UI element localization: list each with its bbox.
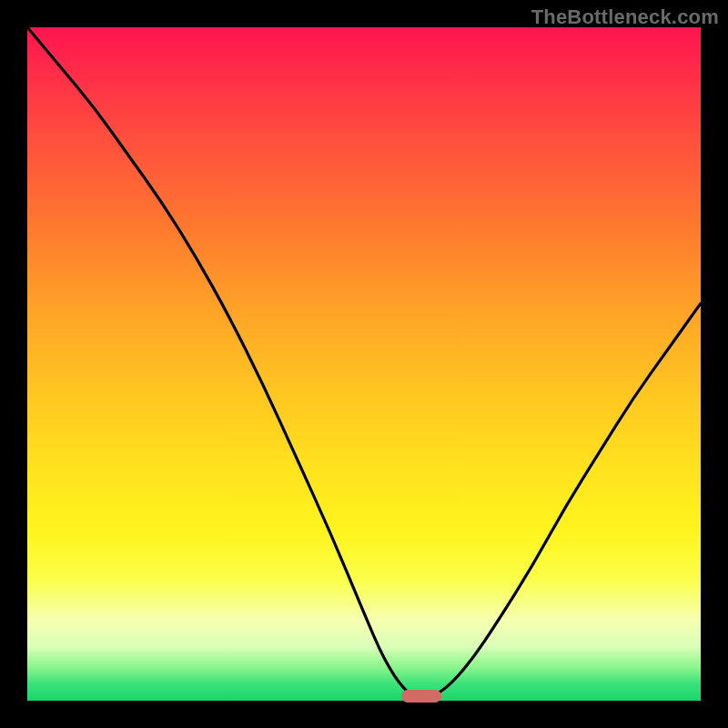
plot-area: [27, 27, 701, 701]
bottleneck-curve-path: [27, 27, 701, 698]
chart-frame: TheBottleneck.com: [0, 0, 728, 728]
optimal-point-marker: [401, 690, 441, 703]
curve-svg: [27, 27, 701, 701]
watermark-text: TheBottleneck.com: [531, 5, 719, 29]
